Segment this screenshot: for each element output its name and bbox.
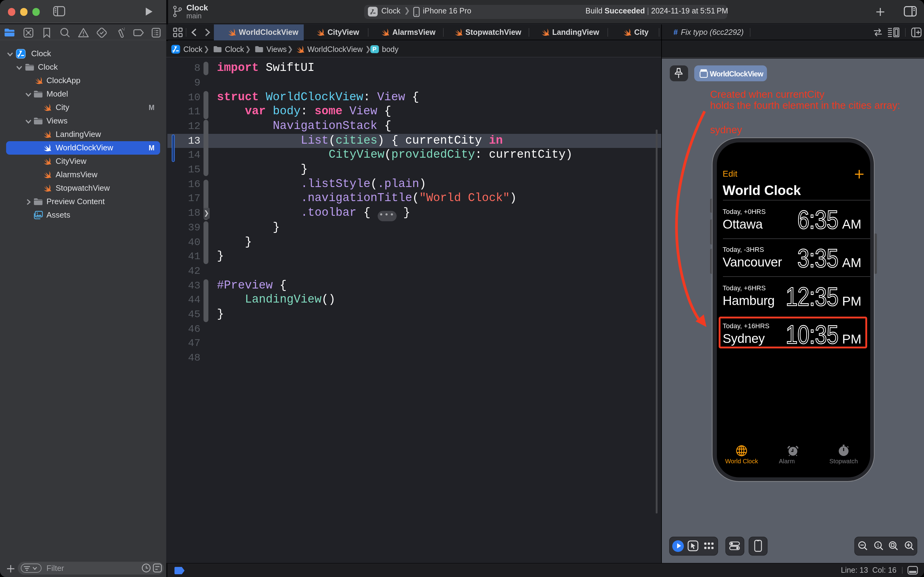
svg-text:1: 1 <box>876 543 879 548</box>
